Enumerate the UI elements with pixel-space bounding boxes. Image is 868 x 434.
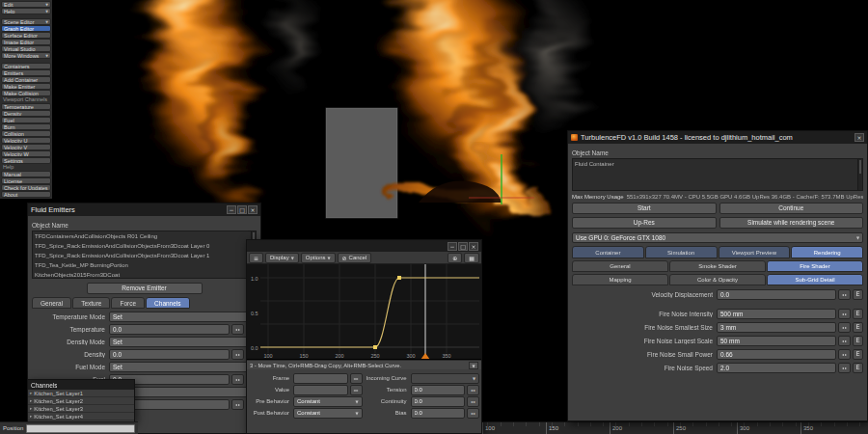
envelope-button[interactable]: E (853, 309, 863, 319)
window-titlebar[interactable]: − □ × (247, 240, 481, 252)
scrollbar[interactable] (857, 159, 862, 190)
menu-item[interactable]: Fuel ▼ (1, 117, 51, 123)
menu-item[interactable]: Graph Editor ▼ (1, 25, 51, 32)
setting-field[interactable]: 50 mm (717, 336, 836, 346)
tab[interactable]: Rendering (791, 246, 863, 258)
setting-field[interactable]: 3 mm (717, 322, 836, 333)
envelope-button[interactable]: E (853, 363, 863, 373)
value-stepper[interactable]: ◂ ▸ (231, 374, 244, 385)
window-titlebar[interactable]: TurbulenceFD v1.0 Build 1458 - licensed … (568, 131, 867, 144)
container-list-item[interactable]: Fluid Container (573, 159, 862, 169)
tab[interactable]: Viewport Preview (719, 246, 791, 258)
curve-graph-area[interactable]: 1.0 0.5 0.0 100 150 200 250 300 350 (247, 264, 481, 360)
value-stepper[interactable]: ◂ ▸ (467, 385, 479, 395)
menu-item[interactable]: Burn ▼ (1, 123, 51, 130)
setting-field[interactable]: 0.0 ▼ (411, 408, 466, 419)
tab[interactable]: Simulation (645, 246, 718, 258)
setting-field[interactable]: 0.0 ▼ (411, 385, 466, 395)
curve-key[interactable] (397, 276, 401, 280)
value-stepper[interactable]: ◂ ▸ (231, 399, 244, 410)
channel-item[interactable]: ▸ Kitchen_Set Layer4 (28, 413, 134, 420)
menu-icon[interactable]: ≡ (249, 253, 263, 263)
menu-item[interactable]: Virtual Studio ▼ (1, 45, 51, 52)
envelope-button[interactable]: E (853, 349, 863, 360)
value-stepper[interactable]: ◂ ▸ (838, 322, 851, 333)
emitter-list-item[interactable]: KitchenObjects2015From3DCoat (33, 270, 256, 279)
tab[interactable]: Texture (72, 297, 110, 309)
value-stepper[interactable]: ◂ ▸ (231, 324, 244, 335)
value-stepper[interactable]: ◂ ▸ (231, 349, 244, 360)
tab[interactable]: General (32, 297, 71, 309)
menu-item[interactable]: Containers ▼ (1, 63, 51, 69)
setting-field[interactable]: ▼ (293, 373, 348, 384)
minimize-button[interactable]: − (227, 205, 236, 214)
emitter-list-item[interactable]: TFDContainersAndCollisionObjects R01 Cei… (33, 231, 256, 241)
emitter-list-item[interactable]: TFD_Spice_Rack:EmissionAndCollisionObjec… (33, 251, 256, 260)
window-titlebar[interactable]: Fluid Emitters − □ × (28, 203, 260, 216)
setting-field[interactable]: 0.0 (717, 289, 836, 300)
zoom-icon[interactable]: ⊕ (448, 253, 462, 263)
menu-item[interactable]: Surface Editor ▼ (1, 32, 51, 39)
container-list[interactable]: Fluid Container (572, 158, 863, 191)
setting-field[interactable]: Set ▼ (109, 362, 257, 372)
channels-header[interactable]: Channels (28, 380, 134, 390)
close-button[interactable]: × (248, 205, 258, 214)
menu-item[interactable]: Make Collision ▼ (1, 90, 51, 96)
position-field[interactable] (26, 424, 135, 433)
options-menu-button[interactable]: Options ▼ (301, 253, 336, 263)
menu-item[interactable]: Edit ▼ (1, 1, 51, 8)
channels-list[interactable]: ▸ Kitchen_Set Layer1 ▸ Kitchen_Set Layer… (28, 390, 134, 421)
value-stepper[interactable]: ◂ ▸ (350, 385, 363, 395)
menu-item[interactable]: Add Container ▼ (1, 76, 51, 83)
maximize-button[interactable]: □ (237, 205, 247, 214)
tab[interactable]: Sub-Grid Detail (767, 274, 863, 285)
menu-item[interactable]: Image Editor ▼ (1, 39, 51, 45)
setting-field[interactable]: 2.0 (717, 363, 836, 373)
value-stepper[interactable]: ◂ ▸ (838, 289, 851, 300)
setting-field[interactable]: 0.0 ▼ (411, 396, 466, 407)
menu-item[interactable]: License ▼ (1, 177, 51, 184)
menu-item[interactable]: Settings ▼ (1, 157, 51, 164)
grid-icon[interactable]: ▦ (464, 253, 479, 263)
tab[interactable]: Smoke Shader (669, 260, 766, 272)
value-stepper[interactable]: ◂ ▸ (467, 396, 479, 407)
envelope-button[interactable]: E (853, 322, 863, 333)
cancel-button[interactable]: ⊘ Cancel (338, 253, 372, 263)
upres-button[interactable]: Up-Res (572, 217, 717, 229)
setting-field[interactable]: Set ▼ (109, 312, 257, 322)
continue-button[interactable]: Continue (719, 203, 864, 214)
value-stepper[interactable]: ◂ ▸ (838, 349, 851, 360)
setting-field[interactable]: 0.0 ▼ (109, 349, 230, 360)
minimize-button[interactable]: − (448, 242, 457, 251)
tab[interactable]: Color & Opacity (669, 274, 766, 285)
setting-field[interactable]: Constant ▼ (293, 396, 363, 407)
tab[interactable]: Container (572, 246, 644, 258)
display-menu-button[interactable]: Display ▼ (265, 253, 299, 263)
emitter-list[interactable]: TFDContainersAndCollisionObjects R01 Cei… (32, 231, 257, 279)
setting-field[interactable]: Constant ▼ (293, 408, 363, 419)
setting-field[interactable]: 500 mm (717, 309, 836, 319)
setting-field[interactable]: ▼ (293, 385, 348, 395)
menu-item[interactable]: Temperature ▼ (1, 103, 51, 110)
tab[interactable]: Channels (146, 297, 189, 309)
close-button[interactable]: × (469, 242, 478, 251)
tab[interactable]: General (572, 260, 668, 272)
gpu-dropdown[interactable]: Use GPU 0: GeForce GTX 1080 ▼ (572, 232, 863, 243)
setting-field[interactable]: Set ▼ (109, 337, 257, 347)
tab[interactable]: Mapping (572, 274, 668, 285)
chevron-down-icon[interactable]: ▼ (469, 362, 478, 369)
menu-item[interactable]: Manual ▼ (1, 171, 51, 177)
menu-item[interactable]: Make Emitter ▼ (1, 83, 51, 90)
value-stepper[interactable]: ◂ ▸ (350, 373, 363, 384)
menu-item[interactable]: Velocity V ▼ (1, 144, 51, 150)
curve-key[interactable] (373, 345, 377, 349)
value-stepper[interactable]: ◂ ▸ (467, 408, 479, 419)
remove-emitter-button[interactable]: Remove Emitter (87, 283, 203, 294)
envelope-button[interactable]: E (853, 289, 863, 300)
start-button[interactable]: Start (572, 203, 717, 214)
menu-item[interactable]: Velocity W ▼ (1, 150, 51, 157)
close-button[interactable]: × (854, 133, 864, 142)
menu-item[interactable]: Help ▼ (1, 8, 51, 14)
emitter-list-item[interactable]: TFD_Spice_Rack:EmissionAndCollisionObjec… (33, 241, 256, 251)
menu-item[interactable]: Collision ▼ (1, 130, 51, 137)
